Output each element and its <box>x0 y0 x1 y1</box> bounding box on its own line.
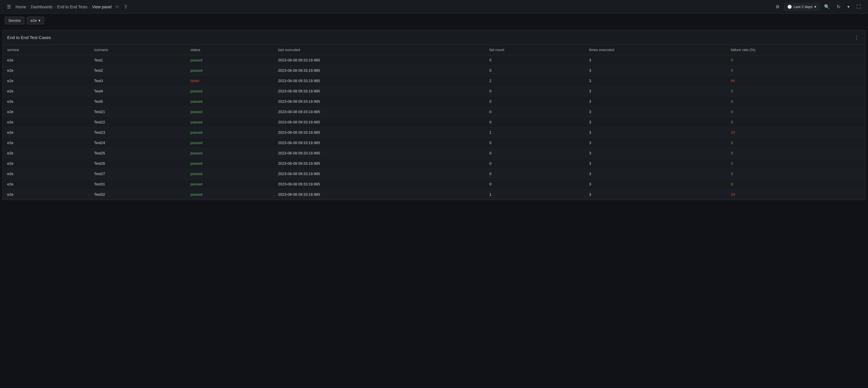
cell-service: e2e <box>3 158 89 169</box>
table-row: e2e Test22 passed 2023-08-08 09:33:19.98… <box>3 117 865 127</box>
col-status: status <box>186 45 273 55</box>
cell-failure-rate: 33 <box>726 127 865 138</box>
cell-last-executed: 2023-08-08 09:33:19.985 <box>273 65 485 76</box>
cell-scenario: Test1 <box>89 55 186 65</box>
table-row: e2e Test23 passed 2023-08-08 09:33:19.98… <box>3 127 865 138</box>
panel-menu-button[interactable]: ⋮ <box>852 33 861 42</box>
service-filter-label[interactable]: Service <box>5 17 24 24</box>
breadcrumb-sep-1: › <box>28 5 29 9</box>
cell-status: passed <box>186 117 273 127</box>
table-row: e2e Test27 passed 2023-08-08 09:33:19.98… <box>3 169 865 179</box>
cell-last-executed: 2023-08-08 09:33:19.985 <box>273 107 485 117</box>
cell-failure-rate: 0 <box>726 158 865 169</box>
refresh-button[interactable]: ↻ <box>834 2 843 11</box>
breadcrumb-sep-2: › <box>54 5 56 9</box>
cell-scenario: Test5 <box>89 96 186 107</box>
cell-service: e2e <box>3 148 89 158</box>
filter-chevron-icon: ▾ <box>38 19 40 23</box>
table-row: e2e Test4 passed 2023-08-08 09:33:19.985… <box>3 86 865 96</box>
cell-last-executed: 2023-08-08 09:33:19.985 <box>273 127 485 138</box>
cell-scenario: Test2 <box>89 65 186 76</box>
breadcrumb-e2e-tests[interactable]: End to End Tests <box>57 5 88 9</box>
cell-status: passed <box>186 96 273 107</box>
cell-last-executed: 2023-08-08 09:33:19.985 <box>273 189 485 200</box>
cell-times-executed: 3 <box>585 148 726 158</box>
cell-service: e2e <box>3 96 89 107</box>
cell-failure-rate: 0 <box>726 86 865 96</box>
time-range-button[interactable]: 🕐 Last 2 days ▾ <box>784 3 820 11</box>
cell-last-executed: 2023-08-08 09:33:19.985 <box>273 117 485 127</box>
e2e-filter-value[interactable]: e2e ▾ <box>27 17 44 24</box>
cell-service: e2e <box>3 55 89 65</box>
cell-fail-count: 0 <box>485 86 585 96</box>
cell-service: e2e <box>3 65 89 76</box>
refresh-options-button[interactable]: ▾ <box>845 2 852 11</box>
time-range-label: Last 2 days <box>794 5 813 9</box>
cell-failure-rate: 0 <box>726 96 865 107</box>
share-button[interactable]: ⇧ <box>123 3 129 11</box>
zoom-out-button[interactable]: 🔍 <box>822 2 832 11</box>
cell-status: passed <box>186 65 273 76</box>
cell-scenario: Test32 <box>89 189 186 200</box>
refresh-chevron-icon: ▾ <box>847 4 849 9</box>
table-row: e2e Test25 passed 2023-08-08 09:33:19.98… <box>3 148 865 158</box>
cell-times-executed: 3 <box>585 55 726 65</box>
test-cases-table: service scenario status last executed fa… <box>3 45 865 200</box>
table-header: service scenario status last executed fa… <box>3 45 865 55</box>
cell-status: passed <box>186 55 273 65</box>
table-header-row: service scenario status last executed fa… <box>3 45 865 55</box>
cell-service: e2e <box>3 127 89 138</box>
col-service: service <box>3 45 89 55</box>
breadcrumb-dashboards[interactable]: Dashboards <box>31 5 53 9</box>
service-filter-label-text: Service <box>8 19 21 23</box>
breadcrumb-view-panel: View panel <box>92 5 112 9</box>
cell-failure-rate: 0 <box>726 65 865 76</box>
table-row: e2e Test31 passed 2023-08-08 09:33:19.98… <box>3 179 865 189</box>
cell-times-executed: 3 <box>585 117 726 127</box>
cell-scenario: Test24 <box>89 138 186 148</box>
cell-status: passed <box>186 138 273 148</box>
cell-fail-count: 0 <box>485 96 585 107</box>
table-row: e2e Test21 passed 2023-08-08 09:33:19.98… <box>3 107 865 117</box>
cell-times-executed: 3 <box>585 76 726 86</box>
col-scenario: scenario <box>89 45 186 55</box>
breadcrumb-home[interactable]: Home <box>16 5 26 9</box>
cell-status: passed <box>186 169 273 179</box>
maximize-icon: ⛶ <box>857 4 861 9</box>
cell-fail-count: 0 <box>485 117 585 127</box>
table-row: e2e Test3 failed 2023-08-08 09:33:19.985… <box>3 76 865 86</box>
cell-status: passed <box>186 189 273 200</box>
cell-service: e2e <box>3 179 89 189</box>
cell-status: passed <box>186 127 273 138</box>
cell-service: e2e <box>3 117 89 127</box>
filter-bar: Service e2e ▾ <box>0 14 868 28</box>
table-container: service scenario status last executed fa… <box>3 45 865 200</box>
cell-times-executed: 3 <box>585 138 726 148</box>
nav-left: ☰ Home › Dashboards › End to End Tests ›… <box>5 2 129 11</box>
cell-failure-rate: 0 <box>726 138 865 148</box>
table-row: e2e Test5 passed 2023-08-08 09:33:19.985… <box>3 96 865 107</box>
cell-scenario: Test22 <box>89 117 186 127</box>
cell-failure-rate: 0 <box>726 148 865 158</box>
cell-failure-rate: 0 <box>726 107 865 117</box>
hamburger-menu-button[interactable]: ☰ <box>5 2 13 11</box>
cell-scenario: Test23 <box>89 127 186 138</box>
time-range-chevron-icon: ▾ <box>814 5 816 9</box>
cell-scenario: Test3 <box>89 76 186 86</box>
cell-fail-count: 0 <box>485 55 585 65</box>
test-cases-panel: End to End Test Cases ⋮ service scenario… <box>2 30 866 200</box>
cell-status: passed <box>186 86 273 96</box>
settings-button[interactable]: ⚙ <box>773 2 782 11</box>
cell-last-executed: 2023-08-08 09:33:19.985 <box>273 96 485 107</box>
cell-last-executed: 2023-08-08 09:33:19.985 <box>273 86 485 96</box>
table-row: e2e Test26 passed 2023-08-08 09:33:19.98… <box>3 158 865 169</box>
table-row: e2e Test1 passed 2023-08-08 09:33:19.985… <box>3 55 865 65</box>
star-button[interactable]: ☆ <box>114 3 120 11</box>
e2e-filter-value-text: e2e <box>30 19 37 23</box>
cell-last-executed: 2023-08-08 09:33:19.985 <box>273 55 485 65</box>
table-body: e2e Test1 passed 2023-08-08 09:33:19.985… <box>3 55 865 200</box>
cell-failure-rate: 0 <box>726 55 865 65</box>
cell-times-executed: 3 <box>585 96 726 107</box>
maximize-button[interactable]: ⛶ <box>854 3 863 11</box>
refresh-icon: ↻ <box>837 4 840 9</box>
